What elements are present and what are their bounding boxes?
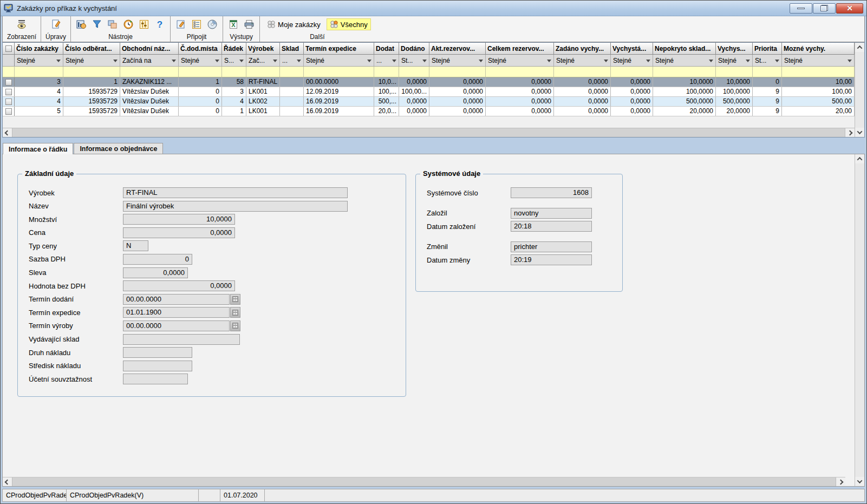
filter-combo-priorita[interactable]: St... bbox=[753, 55, 782, 66]
column-header-akt-rezervov[interactable]: Akt.rezervov... bbox=[429, 43, 486, 54]
clock-icon[interactable] bbox=[122, 18, 134, 30]
field-cena[interactable]: 0,0000 bbox=[123, 227, 235, 238]
filter-combo-celkem-rezervov[interactable]: Stejné bbox=[486, 55, 554, 66]
column-header-vychys[interactable]: Vychys... bbox=[716, 43, 753, 54]
table-row-3[interactable]: 415935729Vítězslav Dušek04LK00216.09.201… bbox=[3, 97, 855, 107]
scroll-up-button[interactable] bbox=[855, 154, 864, 163]
options-sliders-icon[interactable] bbox=[138, 18, 150, 30]
field-term-n-dod-n[interactable]: 00.00.0000 bbox=[123, 294, 230, 305]
column-header-dodat[interactable]: Dodat bbox=[374, 43, 399, 54]
help-icon[interactable]: ? bbox=[154, 18, 166, 30]
table-settings-icon[interactable] bbox=[75, 18, 87, 30]
table-row-1[interactable]: 31ZAKAZNIK112 ...158RT-FINAL00.00.000010… bbox=[3, 77, 855, 87]
restore-button[interactable] bbox=[813, 3, 836, 14]
field-st-edisk-n-kladu[interactable] bbox=[123, 361, 192, 371]
field-sazba-dph[interactable]: 0 bbox=[123, 254, 192, 265]
field-typ-ceny[interactable]: N bbox=[123, 240, 148, 251]
filter-combo-sklad[interactable]: ... bbox=[280, 55, 304, 66]
table-row-2[interactable]: 415935729Vítězslav Dušek03LK00112.09.201… bbox=[3, 87, 855, 97]
hscroll-thumb[interactable] bbox=[12, 477, 836, 486]
quickfilter-input-dodat[interactable] bbox=[374, 67, 399, 77]
hscroll-thumb[interactable] bbox=[12, 128, 845, 137]
filter-combo-term-n-expedice[interactable]: Stejné bbox=[304, 55, 374, 66]
column-header-sklad[interactable]: Sklad bbox=[280, 43, 304, 54]
column-header-dod-no[interactable]: Dodáno bbox=[399, 43, 429, 54]
field-term-n-v-roby[interactable]: 00.00.0000 bbox=[123, 320, 230, 331]
filter-combo-dodat[interactable]: ... bbox=[374, 55, 399, 66]
filter-combo-dod-no[interactable]: St... bbox=[399, 55, 429, 66]
column-header-dek[interactable]: Řádek bbox=[222, 43, 246, 54]
column-header-zad-no-vychy[interactable]: Zadáno vychy... bbox=[554, 43, 611, 54]
field-hodnota-bez-dph[interactable]: 0,0000 bbox=[123, 280, 235, 291]
filter-combo-dek[interactable]: S... bbox=[222, 55, 246, 66]
filter-combo-slo-zak-zky[interactable]: Stejné bbox=[15, 55, 63, 66]
column-header-vychyst[interactable]: Vychystá... bbox=[611, 43, 653, 54]
calendar-button[interactable] bbox=[230, 307, 240, 318]
column-header-term-n-expedice[interactable]: Termín expedice bbox=[304, 43, 374, 54]
column-header-celkem-rezervov[interactable]: Celkem rezervov... bbox=[486, 43, 554, 54]
column-header-slo-odb-rat[interactable]: Číslo odběrat... bbox=[63, 43, 120, 54]
scroll-down-button[interactable] bbox=[855, 477, 864, 486]
row-checkbox[interactable] bbox=[5, 108, 12, 115]
row-checkbox[interactable] bbox=[5, 79, 12, 86]
scroll-left-button[interactable] bbox=[3, 477, 12, 486]
quickfilter-input-vychyst[interactable] bbox=[611, 67, 653, 77]
quickfilter-input-akt-rezervov[interactable] bbox=[429, 67, 486, 77]
quickfilter-input-nepokryto-sklad[interactable] bbox=[653, 67, 716, 77]
filter-combo-zad-no-vychy[interactable]: Stejné bbox=[554, 55, 611, 66]
note-edit-icon[interactable] bbox=[175, 18, 187, 30]
quickfilter-input-celkem-rezervov[interactable] bbox=[486, 67, 554, 77]
edit-button[interactable] bbox=[50, 18, 62, 30]
table-hscrollbar[interactable] bbox=[3, 128, 855, 137]
row-checkbox[interactable] bbox=[5, 89, 12, 95]
filter-combo-obchodn-n-z[interactable]: Začíná na bbox=[120, 55, 179, 66]
column-header-obchodn-n-z[interactable]: Obchodní náz... bbox=[120, 43, 179, 54]
quickfilter-input-dek[interactable] bbox=[222, 67, 246, 77]
filter-combo-slo-odb-rat[interactable]: Stejné bbox=[63, 55, 120, 66]
field-etn-souvzta-nost[interactable] bbox=[123, 374, 188, 384]
column-header-nepokryto-sklad[interactable]: Nepokryto sklad... bbox=[653, 43, 716, 54]
column-header-priorita[interactable]: Priorita bbox=[753, 43, 782, 54]
column-header-v-robek[interactable]: Výrobek bbox=[246, 43, 280, 54]
close-button[interactable]: ✕ bbox=[836, 3, 863, 14]
quickfilter-input-sklad[interactable] bbox=[280, 67, 304, 77]
minimize-button[interactable] bbox=[790, 3, 812, 14]
table-row-4[interactable]: 515935729Vítězslav Dušek01LK00116.09.201… bbox=[3, 107, 855, 116]
vsechny-button[interactable]: Všechny bbox=[327, 19, 370, 30]
quickfilter-input-v-robek[interactable] bbox=[246, 67, 280, 77]
field-zalo-il[interactable]: novotny bbox=[511, 208, 592, 219]
field-term-n-expedice[interactable]: 01.01.1900 bbox=[123, 307, 230, 318]
field-syst-mov-slo[interactable]: 1608 bbox=[511, 187, 592, 198]
tab-informace-o-objednavce[interactable]: Informace o objednávce bbox=[74, 143, 163, 154]
quickfilter-input-vychys[interactable] bbox=[716, 67, 753, 77]
field-datum-zalo-en[interactable]: 20:18 bbox=[511, 221, 592, 232]
scroll-right-button[interactable] bbox=[836, 477, 845, 486]
filter-combo-mozn-vychy[interactable]: Stejné bbox=[782, 55, 855, 66]
filter-combo-vychyst[interactable]: Stejné bbox=[611, 55, 653, 66]
filter-combo-vychys[interactable]: Stejné bbox=[716, 55, 753, 66]
quickfilter-input-priorita[interactable] bbox=[753, 67, 782, 77]
checklist-icon[interactable] bbox=[191, 18, 203, 30]
view-button[interactable] bbox=[16, 18, 28, 30]
copy-icon[interactable] bbox=[107, 18, 119, 30]
tab-informace-o-radku[interactable]: Informace o řádku bbox=[3, 143, 73, 154]
disc-icon[interactable] bbox=[206, 18, 218, 30]
scroll-up-button[interactable] bbox=[855, 43, 864, 52]
quickfilter-input-zad-no-vychy[interactable] bbox=[554, 67, 611, 77]
quickfilter-input-slo-zak-zky[interactable] bbox=[15, 67, 63, 77]
quickfilter-input-slo-odb-rat[interactable] bbox=[63, 67, 120, 77]
detail-vscrollbar[interactable] bbox=[855, 154, 864, 486]
excel-export-icon[interactable]: X bbox=[227, 18, 239, 30]
column-header-mozn-vychy[interactable]: Mozné vychy. bbox=[782, 43, 855, 54]
row-checkbox[interactable] bbox=[5, 99, 12, 105]
quickfilter-input-obchodn-n-z[interactable] bbox=[120, 67, 179, 77]
table-vscrollbar[interactable] bbox=[855, 43, 864, 137]
field-n-zev[interactable]: Finální výrobek bbox=[123, 201, 348, 212]
filter-combo-nepokryto-sklad[interactable]: Stejné bbox=[653, 55, 716, 66]
quickfilter-input-mozn-vychy[interactable] bbox=[782, 67, 855, 77]
field-zm-nil[interactable]: prichter bbox=[511, 241, 592, 252]
field-v-robek[interactable]: RT-FINAL bbox=[123, 187, 348, 198]
filter-icon[interactable] bbox=[91, 18, 103, 30]
scroll-right-button[interactable] bbox=[845, 128, 855, 137]
field-vyd-vaj-c-sklad[interactable] bbox=[123, 334, 240, 345]
